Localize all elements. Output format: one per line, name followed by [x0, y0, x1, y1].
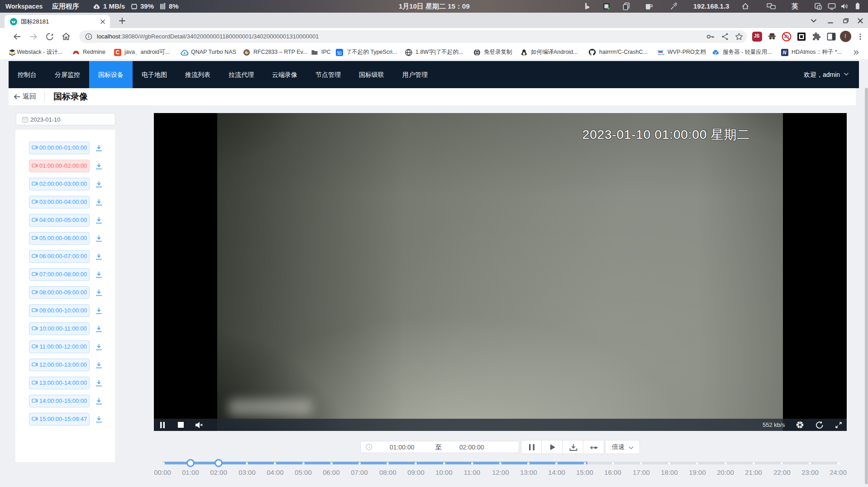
- svg-text:WVP-PRO: WVP-PRO: [658, 54, 664, 56]
- svg-text:2: 2: [819, 6, 820, 9]
